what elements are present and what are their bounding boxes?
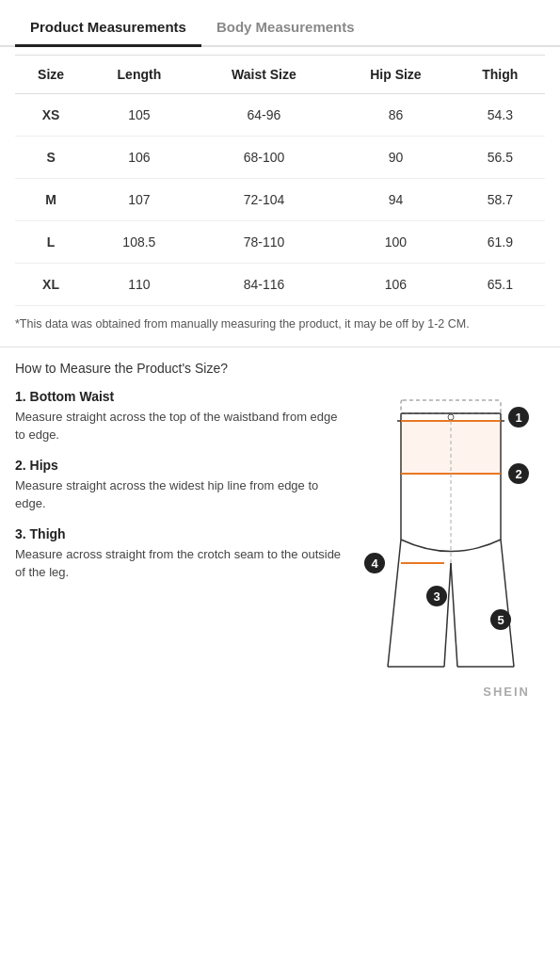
- how-to-title: How to Measure the Product's Size?: [15, 361, 545, 376]
- cell-size: XL: [15, 264, 87, 306]
- svg-line-13: [451, 563, 457, 667]
- cell-length: 107: [87, 179, 192, 221]
- col-header-thigh: Thigh: [456, 56, 545, 94]
- cell-waist: 72-104: [192, 179, 337, 221]
- col-header-size: Size: [15, 56, 87, 94]
- cell-size: M: [15, 179, 87, 221]
- table-header-row: Size Length Waist Size Hip Size Thigh: [15, 56, 545, 94]
- table-row: XL11084-11610665.1: [15, 264, 545, 306]
- cell-length: 106: [87, 137, 192, 179]
- measure-heading-2: 2. Hips: [15, 458, 347, 473]
- cell-hip: 100: [336, 221, 455, 264]
- cell-waist: 78-110: [192, 221, 337, 264]
- pants-diagram: 1 2 3 4 5: [361, 389, 540, 681]
- cell-size: S: [15, 137, 87, 179]
- measure-item-2: 2. HipsMeasure straight across the wides…: [15, 458, 347, 513]
- cell-length: 105: [87, 94, 192, 137]
- cell-hip: 90: [336, 137, 455, 179]
- svg-text:5: 5: [497, 613, 504, 627]
- cell-thigh: 54.3: [456, 94, 545, 137]
- disclaimer-text: *This data was obtained from manually me…: [0, 306, 560, 347]
- cell-thigh: 56.5: [456, 137, 545, 179]
- diagram-col: 1 2 3 4 5 SHEIN: [357, 389, 545, 706]
- svg-text:1: 1: [515, 411, 521, 425]
- cell-length: 110: [87, 264, 192, 306]
- tabs-header: Product Measurements Body Measurements: [0, 8, 560, 47]
- svg-line-11: [501, 540, 514, 667]
- cell-length: 108.5: [87, 221, 192, 264]
- cell-size: XS: [15, 94, 87, 137]
- svg-text:2: 2: [515, 467, 521, 481]
- col-header-length: Length: [87, 56, 192, 94]
- svg-line-8: [388, 540, 401, 667]
- cell-hip: 106: [336, 264, 455, 306]
- table-row: XS10564-968654.3: [15, 94, 545, 137]
- svg-text:4: 4: [371, 557, 378, 571]
- pants-svg: 1 2 3 4 5: [361, 389, 540, 681]
- measurements-table: Size Length Waist Size Hip Size Thigh XS…: [15, 55, 545, 306]
- brand-label: SHEIN: [357, 681, 545, 706]
- svg-point-2: [448, 414, 454, 420]
- col-header-hip: Hip Size: [336, 56, 455, 94]
- measure-body-3: Measure across straight from the crotch …: [15, 545, 347, 582]
- svg-text:3: 3: [433, 589, 440, 604]
- cell-thigh: 58.7: [456, 179, 545, 221]
- measure-body-2: Measure straight across the widest hip l…: [15, 476, 347, 513]
- cell-hip: 86: [336, 94, 455, 137]
- table-row: M10772-1049458.7: [15, 179, 545, 221]
- measure-heading-3: 3. Thigh: [15, 526, 347, 541]
- measure-item-1: 1. Bottom WaistMeasure straight across t…: [15, 389, 347, 444]
- cell-waist: 84-116: [192, 264, 337, 306]
- table-row: S10668-1009056.5: [15, 137, 545, 179]
- svg-rect-0: [401, 400, 501, 413]
- measure-body-1: Measure straight across the top of the w…: [15, 408, 347, 444]
- cell-waist: 68-100: [192, 137, 337, 179]
- tab-product-measurements[interactable]: Product Measurements: [15, 8, 201, 47]
- svg-line-10: [444, 563, 451, 667]
- cell-thigh: 61.9: [456, 221, 545, 264]
- cell-waist: 64-96: [192, 94, 337, 137]
- table-row: L108.578-11010061.9: [15, 221, 545, 264]
- cell-hip: 94: [336, 179, 455, 221]
- measure-item-3: 3. ThighMeasure across straight from the…: [15, 526, 347, 582]
- tab-body-measurements[interactable]: Body Measurements: [201, 8, 370, 47]
- cell-size: L: [15, 221, 87, 264]
- how-to-content: 1. Bottom WaistMeasure straight across t…: [15, 389, 545, 706]
- how-to-section: How to Measure the Product's Size? 1. Bo…: [0, 347, 560, 725]
- cell-thigh: 65.1: [456, 264, 545, 306]
- measurements-table-section: Size Length Waist Size Hip Size Thigh XS…: [0, 55, 560, 306]
- col-header-waist: Waist Size: [192, 56, 337, 94]
- measure-heading-1: 1. Bottom Waist: [15, 389, 347, 404]
- instructions-col: 1. Bottom WaistMeasure straight across t…: [15, 389, 347, 706]
